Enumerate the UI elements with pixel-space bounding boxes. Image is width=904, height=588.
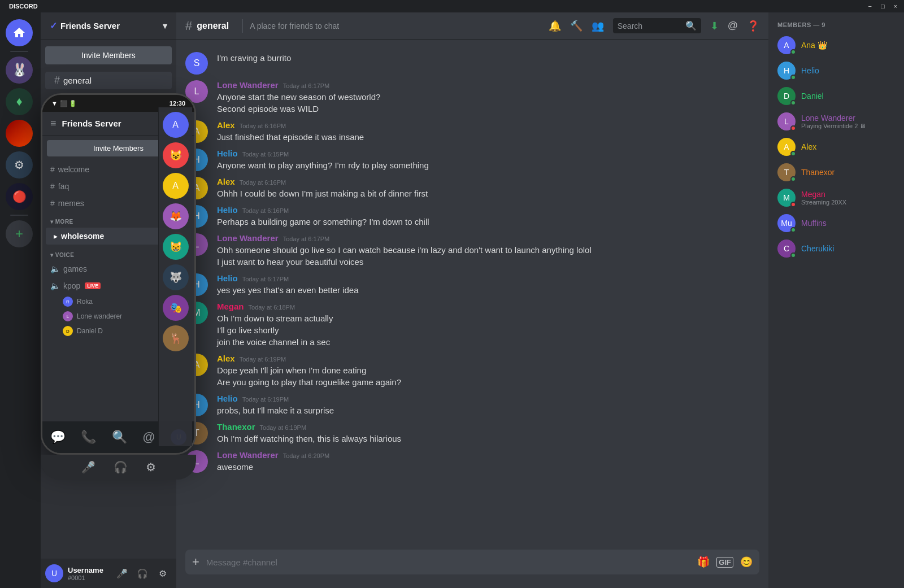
search-input[interactable] <box>618 21 674 31</box>
avatar: A <box>777 138 796 156</box>
message-text: I'm craving a burrito <box>217 52 759 64</box>
member-item[interactable]: LLone WandererPlaying Vermintide 2 🖥 <box>773 109 899 134</box>
voice-member-lone[interactable]: L Lone wanderer <box>45 248 172 263</box>
minimize-button[interactable]: − <box>866 3 873 10</box>
member-info: Alex <box>801 142 895 151</box>
member-name[interactable]: Thanexor <box>801 168 895 177</box>
member-item[interactable]: DDaniel <box>773 84 899 108</box>
message-author[interactable]: Alex <box>217 120 235 130</box>
member-name[interactable]: Cherukiki <box>801 244 895 253</box>
member-item[interactable]: CCherukiki <box>773 236 899 261</box>
invite-members-button[interactable]: Invite Members <box>45 46 172 64</box>
server-list-divider <box>11 51 29 52</box>
server-icon-s4[interactable]: ⚙ <box>7 151 34 178</box>
voice-member-name: Daniel D <box>81 267 110 275</box>
mention-icon[interactable]: @ <box>728 20 738 32</box>
message-content: Lone WandererToday at 6:17PMOhh someone … <box>217 233 759 268</box>
channel-badge: 1 <box>157 113 167 121</box>
message-text: Perhaps a building game or something? I'… <box>217 216 759 228</box>
message-author[interactable]: Lone Wanderer <box>217 233 279 243</box>
message-content: MeganToday at 6:18PMOh I'm down to strea… <box>217 302 759 348</box>
member-name[interactable]: Alex <box>801 142 895 151</box>
voice-channel-kpop[interactable]: 🔈 kpop <box>45 216 172 232</box>
channel-item-general[interactable]: # general <box>45 72 172 89</box>
server-list-divider-2 <box>11 215 29 216</box>
message-timestamp: Today at 6:16PM <box>240 179 286 186</box>
status-dot <box>790 176 796 182</box>
message-author[interactable]: Thanexor <box>217 422 255 432</box>
message-author[interactable]: Megan <box>217 302 244 311</box>
settings-button[interactable]: ⚙ <box>154 564 172 582</box>
member-name[interactable]: Helio <box>801 66 895 75</box>
avatar: L <box>777 112 796 130</box>
voice-member-roka[interactable]: R Roka <box>45 233 172 247</box>
server-header[interactable]: ✓ Friends Server ▾ <box>41 12 176 40</box>
member-item[interactable]: AAna 👑 <box>773 33 899 58</box>
member-info: MeganStreaming 20XX <box>801 190 895 206</box>
boost-icon[interactable]: 🔨 <box>570 20 583 32</box>
speaker-icon: 🔈 <box>54 219 65 229</box>
message-input[interactable] <box>206 557 697 567</box>
voice-member-daniel[interactable]: D Daniel D <box>45 263 172 278</box>
help-icon[interactable]: ❓ <box>747 20 759 32</box>
member-item[interactable]: HHelio <box>773 58 899 83</box>
channel-item-terrace-house[interactable]: # terrace-house <box>45 90 172 107</box>
mic-button[interactable]: 🎤 <box>113 564 131 582</box>
maximize-button[interactable]: □ <box>879 3 887 10</box>
message-author[interactable]: Helio <box>217 273 238 283</box>
member-item[interactable]: AAlex <box>773 134 899 159</box>
message-text: Anyone want to play anything? I'm rdy to… <box>217 159 759 171</box>
message-header: AlexToday at 6:16PM <box>217 120 759 130</box>
avatar: L <box>185 80 208 103</box>
member-name[interactable]: Ana 👑 <box>801 41 895 50</box>
member-name[interactable]: Muffins <box>801 219 895 228</box>
arrow-icon: ▾ <box>45 136 49 142</box>
member-name[interactable]: Lone Wanderer <box>801 114 895 123</box>
message-author[interactable]: Helio <box>217 394 238 403</box>
member-item[interactable]: MuMuffins <box>773 211 899 236</box>
message-text: Ohhh I could be down I'm just making a b… <box>217 188 759 199</box>
bell-button[interactable]: 🔔 <box>549 20 561 32</box>
message-text: Are you going to play that roguelike gam… <box>217 376 759 388</box>
emoji-button[interactable]: 😊 <box>740 556 753 568</box>
chevron-down-icon: ▾ <box>163 21 167 31</box>
server-icon-s2[interactable]: ♦ <box>7 88 34 115</box>
message-author[interactable]: Lone Wanderer <box>217 450 279 460</box>
message-timestamp: Today at 6:20PM <box>283 452 330 459</box>
server-icon-home[interactable] <box>7 19 34 46</box>
category-more[interactable]: ▾ MORE <box>41 127 176 145</box>
members-icon[interactable]: 👥 <box>592 20 604 32</box>
voice-channel-games[interactable]: 🔈 games <box>45 200 172 216</box>
message: LLone WandererToday at 6:20PMawesome <box>176 448 768 475</box>
server-icon-friends[interactable]: 🐰 <box>7 56 34 84</box>
gift-icon[interactable]: 🎁 <box>697 556 710 568</box>
member-name[interactable]: Megan <box>801 190 895 199</box>
avatar: H <box>777 62 796 80</box>
gif-button[interactable]: GIF <box>716 557 733 568</box>
add-server-button[interactable]: + <box>7 220 34 247</box>
category-voice[interactable]: ▾ VOICE <box>41 181 176 199</box>
member-name[interactable]: Daniel <box>801 92 895 101</box>
channel-item-wholesome[interactable]: ▸ wholesome 1 <box>45 108 172 126</box>
message: LLone WandererToday at 6:17PMAnyone star… <box>176 78 768 117</box>
message-author[interactable]: Helio <box>217 149 238 158</box>
arrow-icon: ▾ <box>45 191 49 197</box>
channel-item-kpop[interactable]: # kpop <box>45 145 172 163</box>
search-box[interactable]: 🔍 <box>613 18 701 33</box>
close-button[interactable]: × <box>892 3 899 10</box>
download-icon[interactable]: ⬇ <box>710 20 719 32</box>
channel-item-sailor-moon[interactable]: # sailor-moon <box>45 163 172 181</box>
headphones-button[interactable]: 🎧 <box>133 564 151 582</box>
member-item[interactable]: MMeganStreaming 20XX <box>773 185 899 210</box>
server-icon-s5[interactable]: 🎮 <box>7 183 34 210</box>
message-author[interactable]: Helio <box>217 205 238 215</box>
message-author[interactable]: Alex <box>217 354 235 363</box>
add-attachment-button[interactable]: + <box>192 555 199 569</box>
member-item[interactable]: TThanexor <box>773 160 899 185</box>
speaker-icon: 🔈 <box>54 203 65 213</box>
message-timestamp: Today at 6:17PM <box>242 276 289 282</box>
message-author[interactable]: Alex <box>217 177 235 186</box>
member-info: Cherukiki <box>801 244 895 253</box>
message-author[interactable]: Lone Wanderer <box>217 80 279 90</box>
server-icon-s3[interactable]: 🔥 <box>7 120 34 147</box>
